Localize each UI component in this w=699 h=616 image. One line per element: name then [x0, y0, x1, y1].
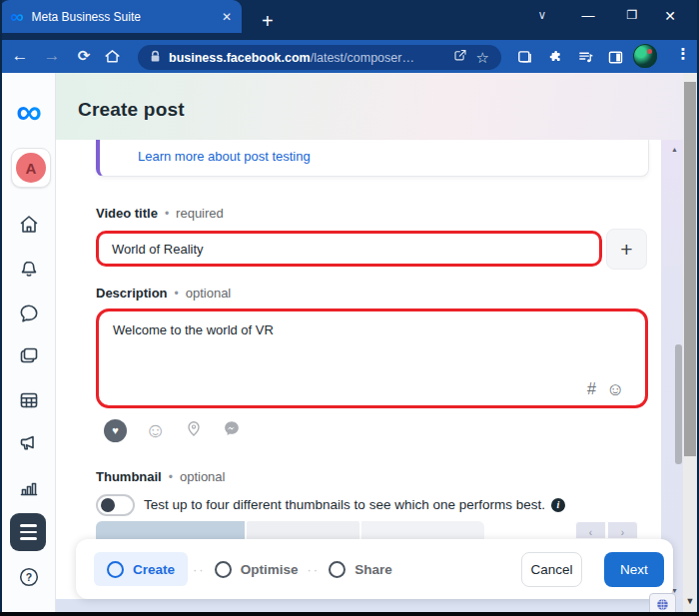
step-create-label: Create	[133, 562, 175, 577]
thumbnail-prev-button[interactable]: ‹	[575, 521, 606, 539]
forward-button[interactable]: →	[40, 46, 64, 66]
step-indicator: Create ·· Optimise ·· Share	[94, 552, 396, 586]
learn-more-link[interactable]: Learn more about post testing	[138, 140, 311, 174]
toggle-knob	[101, 498, 115, 512]
page-scrollbar-thumb[interactable]	[684, 82, 696, 456]
back-button[interactable]: ←	[8, 46, 32, 66]
hashtag-icon[interactable]: #	[587, 380, 596, 398]
inner-scrollbar-thumb[interactable]	[675, 344, 682, 464]
sidebar-content-posts-icon[interactable]	[2, 344, 56, 368]
add-title-button[interactable]: +	[606, 229, 647, 270]
step-create[interactable]: Create	[94, 552, 188, 586]
window-maximize-button[interactable]: ❐	[619, 8, 645, 22]
thumbnail-test-toggle[interactable]	[96, 494, 135, 516]
tab-capture-icon[interactable]	[513, 46, 535, 68]
window-chevron-icon[interactable]: ∨	[529, 8, 555, 22]
engagement-icon[interactable]: ♥	[104, 419, 127, 442]
side-panel-icon[interactable]	[604, 46, 626, 68]
step-optimise[interactable]: Optimise	[211, 561, 303, 578]
sidebar-planner-calendar-icon[interactable]	[2, 388, 56, 412]
dot-separator: •	[175, 287, 179, 301]
cancel-button[interactable]: Cancel	[521, 552, 582, 587]
avatar-letter: A	[16, 153, 46, 183]
reload-button[interactable]: ⟳	[72, 46, 96, 66]
step-share-label: Share	[354, 562, 392, 577]
step-share[interactable]: Share	[325, 561, 396, 578]
step-optimise-label: Optimise	[241, 562, 299, 577]
thumbnail-help-text: Test up to four different thumbnails to …	[144, 497, 545, 512]
tab-title: Meta Business Suite	[32, 10, 214, 24]
bottom-background-strip	[56, 599, 683, 612]
browser-menu-kebab-icon[interactable]: ⋮	[673, 45, 693, 63]
window-border	[0, 612, 699, 616]
dot-separator: •	[169, 470, 173, 484]
playlist-extension-icon[interactable]	[574, 46, 596, 68]
window-close-button[interactable]: ✕	[657, 8, 683, 24]
dot-separator: •	[165, 207, 169, 221]
url-text: business.facebook.com/latest/composer…	[169, 51, 444, 65]
url-path: /latest/composer…	[311, 51, 414, 65]
new-tab-button[interactable]: +	[262, 11, 274, 31]
sidebar-notifications-bell-icon[interactable]	[2, 258, 56, 282]
lock-icon	[150, 49, 161, 67]
heart-glyph: ♥	[112, 424, 119, 436]
sidebar-home-icon[interactable]	[2, 213, 56, 237]
business-avatar[interactable]: A	[11, 148, 51, 188]
url-domain: business.facebook.com	[169, 51, 311, 65]
plus-icon: +	[620, 238, 632, 262]
radio-share-icon	[329, 561, 346, 578]
meta-logo-icon[interactable]: ∞	[2, 94, 56, 130]
sidebar-all-tools-hamburger-button[interactable]	[10, 513, 46, 551]
browser-profile-avatar[interactable]	[633, 44, 657, 68]
location-pin-icon[interactable]	[184, 418, 204, 442]
radio-create-icon	[107, 561, 124, 578]
share-icon[interactable]	[452, 48, 468, 67]
tab-close-icon[interactable]: ✕	[222, 10, 232, 24]
post-testing-card: Learn more about post testing	[96, 140, 649, 177]
video-title-value: World of Reality	[112, 242, 204, 257]
window-border	[0, 0, 2, 616]
footer-bar: Create ·· Optimise ·· Share Cancel Next	[76, 539, 673, 599]
svg-text:?: ?	[26, 571, 32, 583]
textarea-tools: # ☺	[587, 380, 624, 398]
page-title: Create post	[78, 99, 185, 121]
thumbnail-requirement: optional	[180, 469, 226, 484]
thumbnail-label: Thumbnail • optional	[96, 469, 225, 484]
description-label: Description • optional	[96, 286, 231, 301]
emoji-icon[interactable]: ☺	[606, 381, 624, 397]
inner-scroll-up-icon[interactable]: ▲	[671, 146, 678, 153]
feeling-emoji-icon[interactable]: ☺	[145, 419, 166, 441]
sidebar-ads-megaphone-icon[interactable]	[2, 431, 56, 455]
home-button[interactable]	[104, 48, 121, 69]
video-title-input[interactable]: World of Reality	[96, 231, 602, 267]
video-title-label: Video title • required	[96, 206, 224, 221]
description-textarea[interactable]: Welcome to the world of VR	[96, 308, 648, 408]
sidebar-insights-chart-icon[interactable]	[2, 476, 56, 500]
address-bar[interactable]: business.facebook.com/latest/composer… ☆	[138, 45, 501, 70]
attachment-row: ♥ ☺	[104, 418, 242, 442]
step-separator: ··	[307, 562, 320, 577]
thumbnail-label-text: Thumbnail	[96, 469, 162, 484]
description-requirement: optional	[186, 286, 232, 301]
browser-window: ∞ Meta Business Suite ✕ + ∨ — ❐ ✕ ← → ⟳ …	[0, 0, 699, 616]
thumbnail-next-button[interactable]: ›	[607, 521, 638, 539]
bookmark-star-icon[interactable]: ☆	[476, 49, 489, 67]
info-icon[interactable]: i	[551, 498, 565, 512]
chevron-right-icon: ›	[621, 528, 624, 538]
video-title-label-text: Video title	[96, 206, 158, 221]
extensions-puzzle-icon[interactable]	[544, 46, 566, 68]
description-value: Welcome to the world of VR	[113, 322, 274, 337]
messenger-icon[interactable]	[222, 418, 242, 442]
thumbnail-frame-selected[interactable]	[96, 521, 245, 539]
scroll-down-icon[interactable]: ▼	[683, 597, 697, 606]
browser-tab[interactable]: ∞ Meta Business Suite ✕	[0, 0, 242, 33]
thumbnail-frame[interactable]	[247, 521, 359, 539]
meta-favicon-icon: ∞	[10, 7, 24, 26]
sidebar-inbox-chat-icon[interactable]	[2, 302, 56, 325]
sidebar-help-icon[interactable]: ?	[2, 565, 56, 589]
window-minimize-button[interactable]: —	[575, 8, 601, 23]
browser-titlebar: ∞ Meta Business Suite ✕ + ∨ — ❐ ✕	[0, 0, 699, 40]
next-button[interactable]: Next	[604, 552, 664, 587]
thumbnail-frame[interactable]	[361, 521, 484, 539]
radio-optimise-icon	[215, 561, 232, 578]
